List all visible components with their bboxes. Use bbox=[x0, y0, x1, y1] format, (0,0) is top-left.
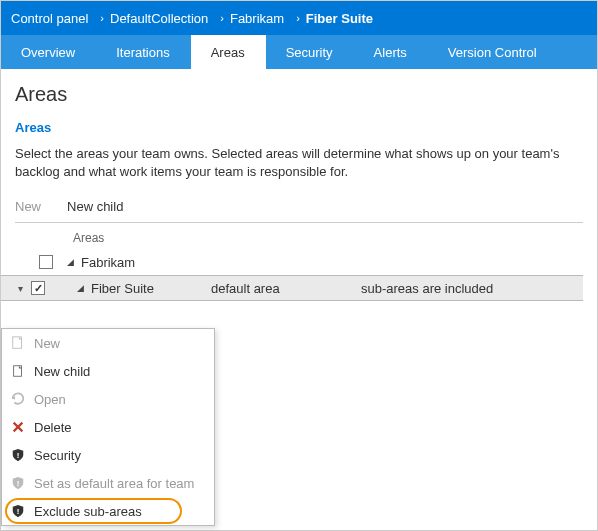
menu-exclude-sub-areas[interactable]: ! Exclude sub-areas bbox=[2, 497, 214, 525]
tree-node-label: Fabrikam bbox=[81, 255, 201, 270]
toolbar: New New child bbox=[15, 199, 583, 214]
tab-overview[interactable]: Overview bbox=[1, 35, 96, 69]
page-title: Areas bbox=[15, 83, 583, 106]
menu-security[interactable]: ! Security bbox=[2, 441, 214, 469]
new-icon bbox=[10, 335, 26, 351]
tab-bar: Overview Iterations Areas Security Alert… bbox=[1, 35, 597, 69]
tree-node-label: Fiber Suite bbox=[91, 281, 211, 296]
menu-label: New child bbox=[34, 364, 90, 379]
menu-open: Open bbox=[2, 385, 214, 413]
menu-label: New bbox=[34, 336, 60, 351]
menu-new-child[interactable]: New child bbox=[2, 357, 214, 385]
tab-alerts[interactable]: Alerts bbox=[354, 35, 428, 69]
tree-row[interactable]: ◢ Fabrikam bbox=[15, 249, 583, 275]
expand-caret-icon[interactable]: ◢ bbox=[67, 257, 75, 267]
menu-label: Set as default area for team bbox=[34, 476, 194, 491]
menu-label: Delete bbox=[34, 420, 72, 435]
menu-label: Open bbox=[34, 392, 66, 407]
tree-header: Areas bbox=[15, 229, 583, 249]
default-area-label: default area bbox=[211, 281, 361, 296]
menu-label: Exclude sub-areas bbox=[34, 504, 142, 519]
new-button: New bbox=[15, 199, 41, 214]
divider bbox=[15, 222, 583, 223]
section-description: Select the areas your team owns. Selecte… bbox=[15, 145, 583, 181]
breadcrumb: Control panel › DefaultCollection › Fabr… bbox=[1, 1, 597, 35]
svg-text:!: ! bbox=[17, 451, 20, 460]
section-title: Areas bbox=[15, 120, 583, 135]
row-menu-caret-icon[interactable]: ▾ bbox=[15, 283, 25, 293]
default-area-icon: ! bbox=[10, 475, 26, 491]
breadcrumb-item[interactable]: DefaultCollection bbox=[110, 11, 208, 26]
delete-icon bbox=[10, 419, 26, 435]
menu-delete[interactable]: Delete bbox=[2, 413, 214, 441]
breadcrumb-item-current[interactable]: Fiber Suite bbox=[306, 11, 373, 26]
chevron-right-icon: › bbox=[100, 12, 104, 24]
exclude-icon: ! bbox=[10, 503, 26, 519]
checkbox[interactable] bbox=[31, 281, 45, 295]
security-icon: ! bbox=[10, 447, 26, 463]
chevron-right-icon: › bbox=[220, 12, 224, 24]
breadcrumb-item[interactable]: Fabrikam bbox=[230, 11, 284, 26]
chevron-right-icon: › bbox=[296, 12, 300, 24]
menu-set-default: ! Set as default area for team bbox=[2, 469, 214, 497]
tab-version-control[interactable]: Version Control bbox=[428, 35, 558, 69]
new-child-icon bbox=[10, 363, 26, 379]
menu-label: Security bbox=[34, 448, 81, 463]
tab-security[interactable]: Security bbox=[266, 35, 354, 69]
tree-row-selected[interactable]: ▾ ◢ Fiber Suite default area sub-areas a… bbox=[1, 275, 583, 301]
areas-tree: Areas ◢ Fabrikam ▾ ◢ Fiber Suite default… bbox=[15, 229, 583, 301]
tab-iterations[interactable]: Iterations bbox=[96, 35, 190, 69]
subareas-label: sub-areas are included bbox=[361, 281, 493, 296]
svg-text:!: ! bbox=[17, 507, 20, 516]
new-child-button[interactable]: New child bbox=[67, 199, 123, 214]
open-icon bbox=[10, 391, 26, 407]
svg-text:!: ! bbox=[17, 479, 20, 488]
context-menu: New New child Open Delete ! Security ! S… bbox=[1, 328, 215, 526]
expand-caret-icon[interactable]: ◢ bbox=[77, 283, 85, 293]
tab-areas[interactable]: Areas bbox=[191, 35, 266, 69]
checkbox[interactable] bbox=[39, 255, 53, 269]
breadcrumb-item[interactable]: Control panel bbox=[11, 11, 88, 26]
menu-new: New bbox=[2, 329, 214, 357]
